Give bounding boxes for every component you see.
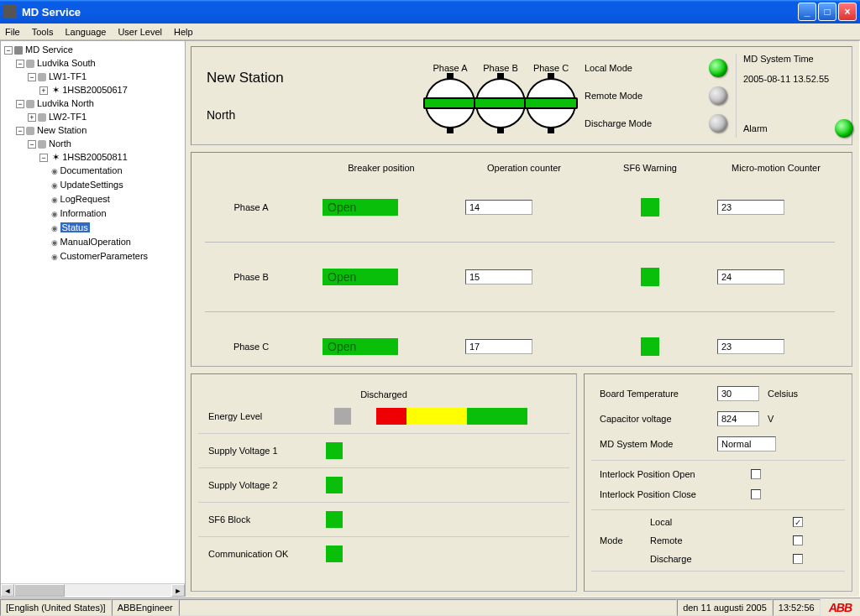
bottom-row: Discharged Energy Level Supply Voltage 1…	[191, 373, 852, 592]
sv2-status-icon	[326, 477, 343, 493]
header-sf6: SF6 Warning	[608, 163, 692, 173]
breaker-icon-c	[526, 78, 576, 128]
mode-indicators: Local Mode Remote Mode Discharge Mode	[585, 54, 727, 138]
comm-status-icon	[326, 546, 343, 562]
discharge-mode-lamp-icon	[709, 114, 727, 133]
scroll-thumb[interactable]	[14, 584, 65, 597]
minimize-button[interactable]: _	[798, 3, 816, 21]
comm-label: Communication OK	[208, 549, 309, 559]
breaker-pos-a: Open	[322, 199, 398, 216]
sf6-c-icon	[641, 337, 659, 356]
tree-id-1[interactable]: 1HSB20050617	[62, 85, 128, 95]
maximize-button[interactable]: □	[818, 3, 836, 21]
station-sub: North	[207, 108, 408, 122]
time-box: MD System Time 2005-08-11 13.52.55 Alarm	[736, 54, 853, 138]
energy-current-icon	[334, 408, 351, 425]
tree-leaf-information[interactable]: Information	[60, 208, 107, 218]
breaker-icon-a	[425, 78, 475, 128]
menu-language[interactable]: Language	[65, 27, 106, 37]
phase-a-label: Phase A	[433, 63, 468, 73]
alarm-lamp-icon	[835, 119, 853, 138]
mode-remote-checkbox[interactable]	[793, 535, 803, 546]
mode-discharge-label: Discharge	[650, 554, 692, 564]
navigation-tree[interactable]: −MD Service −Ludvika South −LW1-TF1 + ✶ …	[1, 41, 185, 583]
tree-panel: −MD Service −Ludvika South −LW1-TF1 + ✶ …	[1, 41, 186, 597]
mode-remote-label: Remote	[650, 535, 683, 546]
status-language: [English (United States)]	[0, 599, 112, 616]
sv1-status-icon	[326, 442, 343, 459]
mode-group-label: Mode	[600, 517, 650, 564]
energy-level-label: Energy Level	[208, 411, 309, 421]
tree-leaf-customerparameters[interactable]: CustomerParameters	[60, 251, 149, 261]
header-opcounter: Operation counter	[465, 163, 583, 173]
info-panel: Board TemperatureCelsius Capacitor volta…	[584, 373, 852, 592]
status-bar: [English (United States)] ABBEngineer de…	[0, 598, 860, 616]
mode-local-checkbox[interactable]: ✓	[793, 517, 803, 527]
tree-station-3[interactable]: New Station	[37, 125, 87, 135]
breaker-pos-b: Open	[322, 269, 398, 285]
tree-station-2[interactable]: Ludvika North	[37, 98, 94, 108]
discharge-mode-label: Discharge Mode	[585, 118, 652, 128]
tree-leaf-manualoperation[interactable]: ManualOperation	[60, 237, 131, 247]
sf6block-status-icon	[326, 511, 343, 528]
row-phase-b: Phase B	[205, 272, 297, 282]
window-titlebar: MD Service _ □ ×	[0, 0, 860, 23]
tree-root[interactable]: MD Service	[25, 44, 73, 55]
scroll-right-button[interactable]: ►	[171, 584, 185, 597]
tree-station-1[interactable]: Ludvika South	[37, 58, 96, 68]
board-temp-input[interactable]	[717, 386, 759, 401]
sv2-label: Supply Voltage 2	[208, 480, 309, 490]
phase-table-panel: Breaker position Operation counter SF6 W…	[191, 152, 852, 367]
abb-logo: ABB	[821, 601, 860, 614]
menu-userlevel[interactable]: User Level	[118, 27, 162, 37]
tree-id-3[interactable]: 1HSB20050811	[62, 152, 128, 162]
menu-tools[interactable]: Tools	[32, 27, 54, 37]
opcounter-c-input[interactable]	[465, 339, 532, 354]
remote-mode-lamp-icon	[709, 86, 727, 105]
cap-volt-label: Capacitor voltage	[600, 414, 709, 424]
tree-device-2[interactable]: LW2-TF1	[49, 112, 87, 122]
tree-leaf-logrequest[interactable]: LogRequest	[60, 194, 110, 204]
sf6-b-icon	[641, 268, 659, 286]
tree-leaf-status[interactable]: Status	[60, 222, 90, 232]
phase-indicators: Phase A Phase B Phase C	[425, 54, 576, 138]
opcounter-b-input[interactable]	[465, 269, 532, 285]
interlock-close-checkbox[interactable]	[751, 489, 761, 499]
tree-device-1[interactable]: LW1-TF1	[49, 71, 87, 81]
row-phase-a: Phase A	[205, 202, 297, 212]
local-mode-label: Local Mode	[585, 63, 632, 73]
menu-file[interactable]: File	[5, 27, 20, 37]
cap-volt-input[interactable]	[717, 411, 759, 426]
mode-discharge-checkbox[interactable]	[793, 554, 803, 564]
tree-device-3[interactable]: North	[49, 138, 71, 149]
micromotion-b-input[interactable]	[717, 269, 784, 285]
board-temp-unit: Celsius	[768, 389, 798, 399]
header-micromotion: Micro-motion Counter	[717, 163, 835, 173]
scroll-left-button[interactable]: ◄	[1, 584, 14, 597]
row-phase-c: Phase C	[205, 342, 297, 352]
opcounter-a-input[interactable]	[465, 200, 532, 215]
content-area: New Station North Phase A Phase B	[186, 41, 859, 597]
micromotion-a-input[interactable]	[717, 200, 784, 215]
remote-mode-label: Remote Mode	[585, 91, 642, 101]
interlock-open-checkbox[interactable]	[751, 469, 761, 479]
sysmode-input[interactable]	[717, 436, 776, 452]
tree-leaf-updatesettings[interactable]: UpdateSettings	[60, 180, 123, 190]
sf6-a-icon	[641, 198, 659, 217]
system-time-value: 2005-08-11 13.52.55	[743, 74, 853, 84]
status-time: 13:52:56	[773, 599, 821, 616]
status-user: ABBEngineer	[112, 599, 179, 616]
supply-panel: Discharged Energy Level Supply Voltage 1…	[191, 373, 577, 592]
mode-local-label: Local	[650, 517, 672, 527]
phase-b-label: Phase B	[483, 63, 518, 73]
tree-leaf-documentation[interactable]: Documentation	[60, 165, 123, 175]
interlock-open-label: Interlock Position Open	[600, 469, 742, 479]
micromotion-c-input[interactable]	[717, 339, 784, 354]
menu-help[interactable]: Help	[174, 27, 193, 37]
status-date: den 11 augusti 2005	[677, 599, 773, 616]
close-button[interactable]: ×	[838, 3, 857, 21]
app-icon	[3, 5, 17, 18]
energy-scale-icon	[376, 408, 527, 425]
discharged-label: Discharged	[208, 389, 559, 399]
tree-horizontal-scrollbar[interactable]: ◄ ►	[1, 583, 185, 597]
